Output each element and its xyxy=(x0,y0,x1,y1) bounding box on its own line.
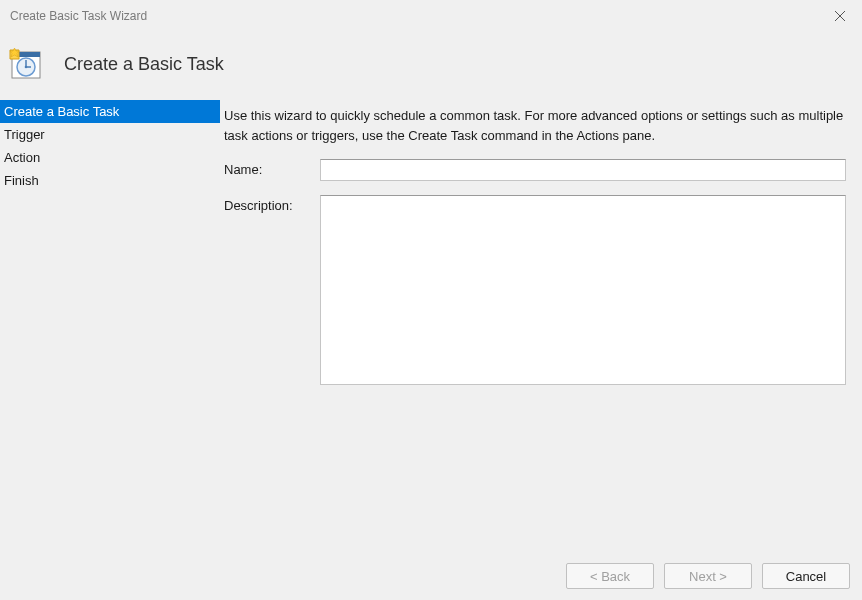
name-input[interactable] xyxy=(320,159,846,181)
description-row: Description: xyxy=(224,195,846,385)
cancel-button[interactable]: Cancel xyxy=(762,563,850,589)
wizard-title: Create a Basic Task xyxy=(64,54,224,75)
sidebar-step-finish[interactable]: Finish xyxy=(0,169,220,192)
wizard-header: Create a Basic Task xyxy=(0,32,862,100)
close-button[interactable] xyxy=(830,6,850,26)
wizard-sidebar: Create a Basic Task Trigger Action Finis… xyxy=(0,100,220,540)
name-row: Name: xyxy=(224,159,846,181)
sidebar-step-trigger[interactable]: Trigger xyxy=(0,123,220,146)
description-input[interactable] xyxy=(320,195,846,385)
window-title: Create Basic Task Wizard xyxy=(10,9,147,23)
button-bar: < Back Next > Cancel xyxy=(0,552,862,600)
name-label: Name: xyxy=(224,159,320,177)
close-icon xyxy=(834,10,846,22)
next-button[interactable]: Next > xyxy=(664,563,752,589)
intro-text: Use this wizard to quickly schedule a co… xyxy=(224,106,846,145)
sidebar-step-create-basic-task[interactable]: Create a Basic Task xyxy=(0,100,220,123)
titlebar: Create Basic Task Wizard xyxy=(0,0,862,32)
wizard-body: Create a Basic Task Trigger Action Finis… xyxy=(0,100,862,540)
wizard-content: Use this wizard to quickly schedule a co… xyxy=(220,100,862,540)
back-button[interactable]: < Back xyxy=(566,563,654,589)
sidebar-step-action[interactable]: Action xyxy=(0,146,220,169)
description-label: Description: xyxy=(224,195,320,213)
svg-point-7 xyxy=(25,66,28,69)
wizard-clock-icon xyxy=(8,46,44,82)
